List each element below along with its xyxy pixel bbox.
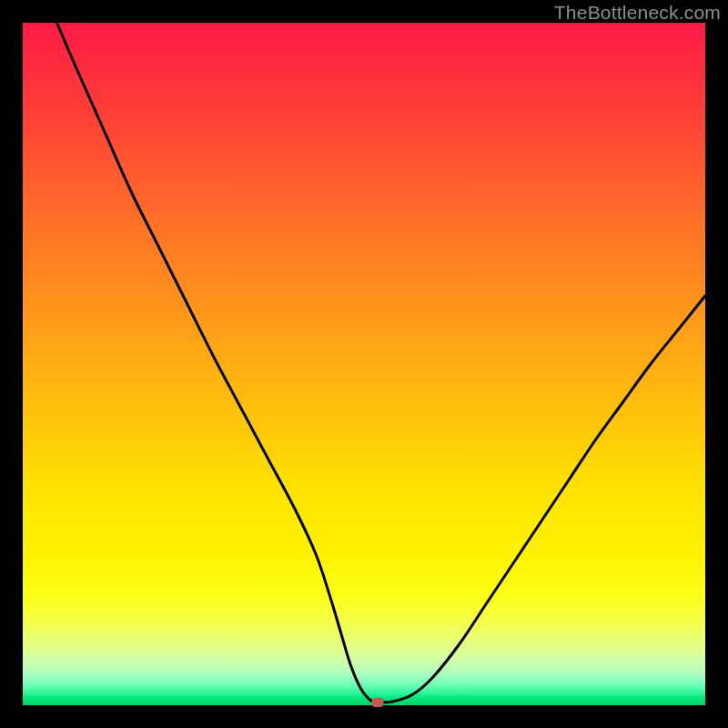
bottleneck-curve xyxy=(57,23,706,703)
optimal-point-marker xyxy=(372,698,384,707)
plot-area xyxy=(23,23,705,705)
curve-svg xyxy=(23,23,705,705)
watermark-text: TheBottleneck.com xyxy=(554,2,721,24)
chart-frame: TheBottleneck.com xyxy=(0,0,728,728)
